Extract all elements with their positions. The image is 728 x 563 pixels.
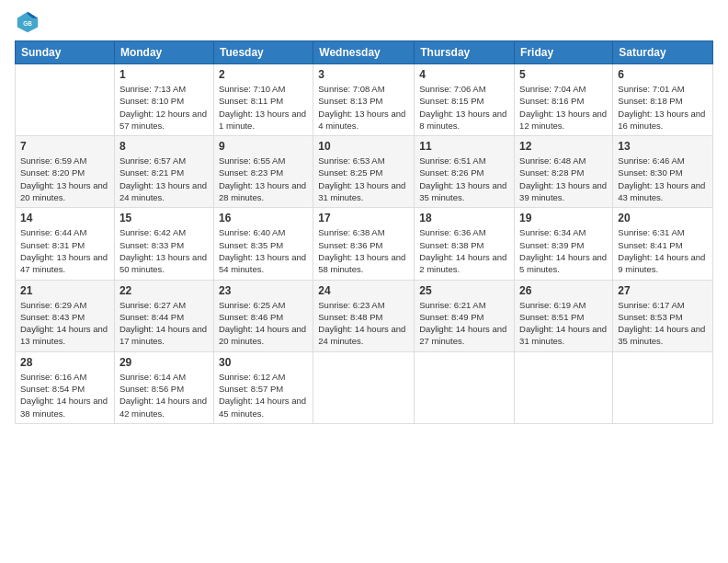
day-number: 19 — [519, 212, 608, 224]
sunset-label: Sunset: 8:10 PM — [119, 96, 184, 106]
day-info: Sunrise: 6:51 AMSunset: 8:26 PMDaylight:… — [419, 155, 509, 203]
calendar-cell: 16Sunrise: 6:40 AMSunset: 8:35 PMDayligh… — [213, 208, 313, 280]
day-info: Sunrise: 6:29 AMSunset: 8:43 PMDaylight:… — [20, 299, 109, 348]
day-info: Sunrise: 7:06 AMSunset: 8:15 PMDaylight:… — [419, 83, 509, 132]
logo-icon: GB — [15, 9, 40, 35]
day-number: 5 — [519, 68, 608, 81]
calendar-week-3: 14Sunrise: 6:44 AMSunset: 8:31 PMDayligh… — [16, 208, 713, 280]
day-number: 11 — [419, 140, 509, 153]
daylight-label: Daylight: 14 hours and 31 minutes. — [519, 324, 607, 346]
sunset-label: Sunset: 8:57 PM — [219, 384, 283, 394]
day-info: Sunrise: 6:14 AMSunset: 8:56 PMDaylight:… — [119, 371, 209, 419]
day-info: Sunrise: 6:31 AMSunset: 8:41 PMDaylight:… — [618, 226, 708, 275]
sunrise-label: Sunrise: 7:10 AM — [219, 84, 285, 94]
day-number: 29 — [119, 356, 209, 369]
sunrise-label: Sunrise: 6:46 AM — [618, 155, 684, 166]
calendar-cell: 6Sunrise: 7:01 AMSunset: 8:18 PMDaylight… — [613, 64, 713, 136]
page: GB SundayMondayTuesdayWednesdayThursdayF… — [0, 0, 728, 563]
day-number: 25 — [419, 284, 509, 297]
sunset-label: Sunset: 8:46 PM — [219, 312, 283, 322]
calendar-week-2: 7Sunrise: 6:59 AMSunset: 8:20 PMDaylight… — [16, 136, 713, 208]
day-number: 14 — [20, 212, 109, 224]
day-info: Sunrise: 7:10 AMSunset: 8:11 PMDaylight:… — [219, 83, 308, 132]
daylight-label: Daylight: 13 hours and 12 minutes. — [519, 109, 607, 131]
sunrise-label: Sunrise: 7:13 AM — [119, 84, 186, 94]
daylight-label: Daylight: 13 hours and 47 minutes. — [20, 252, 108, 274]
sunset-label: Sunset: 8:41 PM — [618, 240, 682, 250]
day-number: 6 — [618, 68, 708, 81]
daylight-label: Daylight: 14 hours and 5 minutes. — [519, 252, 607, 274]
sunrise-label: Sunrise: 6:12 AM — [219, 372, 285, 382]
daylight-label: Daylight: 14 hours and 38 minutes. — [20, 396, 108, 418]
calendar-cell: 10Sunrise: 6:53 AMSunset: 8:25 PMDayligh… — [313, 136, 415, 208]
day-number: 23 — [219, 284, 308, 297]
calendar-cell: 12Sunrise: 6:48 AMSunset: 8:28 PMDayligh… — [515, 136, 613, 208]
calendar-cell: 25Sunrise: 6:21 AMSunset: 8:49 PMDayligh… — [415, 280, 515, 351]
calendar-cell: 26Sunrise: 6:19 AMSunset: 8:51 PMDayligh… — [515, 280, 613, 351]
day-number: 27 — [618, 284, 708, 297]
day-number: 16 — [219, 212, 308, 224]
sunrise-label: Sunrise: 7:01 AM — [618, 84, 684, 94]
sunset-label: Sunset: 8:31 PM — [20, 240, 85, 250]
day-number: 12 — [519, 140, 608, 153]
calendar-cell: 4Sunrise: 7:06 AMSunset: 8:15 PMDaylight… — [415, 64, 515, 136]
day-info: Sunrise: 6:55 AMSunset: 8:23 PMDaylight:… — [219, 155, 308, 203]
day-number: 10 — [318, 140, 409, 153]
day-header-saturday: Saturday — [613, 41, 713, 64]
sunrise-label: Sunrise: 6:42 AM — [119, 227, 186, 237]
daylight-label: Daylight: 13 hours and 39 minutes. — [519, 180, 607, 202]
sunrise-label: Sunrise: 6:44 AM — [20, 227, 86, 237]
day-info: Sunrise: 6:16 AMSunset: 8:54 PMDaylight:… — [20, 371, 109, 419]
sunset-label: Sunset: 8:13 PM — [318, 96, 382, 106]
sunset-label: Sunset: 8:44 PM — [119, 312, 184, 322]
day-number: 21 — [20, 284, 109, 297]
daylight-label: Daylight: 14 hours and 24 minutes. — [318, 324, 405, 346]
day-number: 24 — [318, 284, 409, 297]
daylight-label: Daylight: 13 hours and 1 minute. — [219, 109, 306, 131]
daylight-label: Daylight: 13 hours and 24 minutes. — [119, 180, 207, 202]
day-info: Sunrise: 7:01 AMSunset: 8:18 PMDaylight:… — [618, 83, 708, 132]
day-number: 9 — [219, 140, 308, 153]
day-info: Sunrise: 6:17 AMSunset: 8:53 PMDaylight:… — [618, 299, 708, 348]
sunset-label: Sunset: 8:38 PM — [419, 240, 483, 250]
day-number: 7 — [20, 140, 109, 153]
day-number: 3 — [318, 68, 409, 81]
daylight-label: Daylight: 13 hours and 58 minutes. — [318, 252, 405, 274]
sunrise-label: Sunrise: 6:57 AM — [119, 155, 186, 166]
calendar-cell: 14Sunrise: 6:44 AMSunset: 8:31 PMDayligh… — [16, 208, 115, 280]
day-header-wednesday: Wednesday — [313, 41, 415, 64]
sunset-label: Sunset: 8:23 PM — [219, 167, 283, 178]
svg-text:GB: GB — [23, 20, 32, 27]
day-header-monday: Monday — [114, 41, 213, 64]
day-info: Sunrise: 7:13 AMSunset: 8:10 PMDaylight:… — [119, 83, 209, 132]
calendar-cell: 8Sunrise: 6:57 AMSunset: 8:21 PMDaylight… — [114, 136, 213, 208]
sunset-label: Sunset: 8:30 PM — [618, 167, 682, 178]
day-number: 20 — [618, 212, 708, 224]
sunrise-label: Sunrise: 6:21 AM — [419, 300, 485, 310]
sunrise-label: Sunrise: 6:55 AM — [219, 155, 285, 166]
sunset-label: Sunset: 8:36 PM — [318, 240, 382, 250]
day-info: Sunrise: 7:08 AMSunset: 8:13 PMDaylight:… — [318, 83, 409, 132]
sunrise-label: Sunrise: 7:06 AM — [419, 84, 485, 94]
daylight-label: Daylight: 14 hours and 2 minutes. — [419, 252, 506, 274]
sunrise-label: Sunrise: 6:14 AM — [119, 372, 186, 382]
day-number: 13 — [618, 140, 708, 153]
calendar-cell — [613, 351, 713, 423]
sunrise-label: Sunrise: 6:48 AM — [519, 155, 586, 166]
day-info: Sunrise: 6:27 AMSunset: 8:44 PMDaylight:… — [119, 299, 209, 348]
day-info: Sunrise: 6:59 AMSunset: 8:20 PMDaylight:… — [20, 155, 109, 203]
calendar-cell: 27Sunrise: 6:17 AMSunset: 8:53 PMDayligh… — [613, 280, 713, 351]
sunset-label: Sunset: 8:56 PM — [119, 384, 184, 394]
daylight-label: Daylight: 13 hours and 20 minutes. — [20, 180, 108, 202]
day-number: 4 — [419, 68, 509, 81]
sunrise-label: Sunrise: 6:31 AM — [618, 227, 684, 237]
sunrise-label: Sunrise: 6:34 AM — [519, 227, 586, 237]
calendar-cell — [415, 351, 515, 423]
calendar-cell: 5Sunrise: 7:04 AMSunset: 8:16 PMDaylight… — [515, 64, 613, 136]
daylight-label: Daylight: 14 hours and 42 minutes. — [119, 396, 207, 418]
sunset-label: Sunset: 8:53 PM — [618, 312, 682, 322]
daylight-label: Daylight: 14 hours and 35 minutes. — [618, 324, 705, 346]
calendar-cell: 11Sunrise: 6:51 AMSunset: 8:26 PMDayligh… — [415, 136, 515, 208]
day-info: Sunrise: 6:19 AMSunset: 8:51 PMDaylight:… — [519, 299, 608, 348]
day-number: 26 — [519, 284, 608, 297]
